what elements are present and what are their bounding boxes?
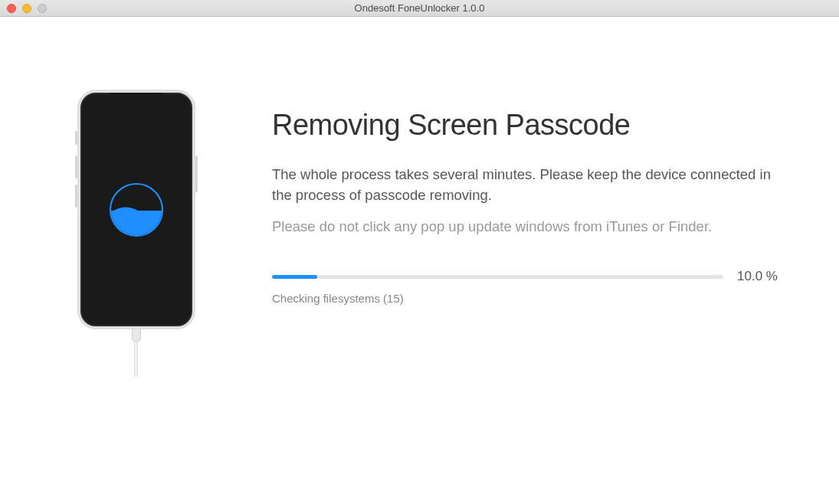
main-content: Removing Screen Passcode The whole proce… (0, 17, 839, 504)
maximize-button (38, 4, 47, 13)
phone-wrapper (77, 90, 195, 377)
cable-wire (134, 342, 138, 377)
phone-power-button (195, 155, 198, 192)
progress-percent-label: 10.0 % (737, 269, 778, 284)
progress-fill (272, 275, 317, 279)
phone-illustration-section (0, 17, 272, 377)
warning-text: Please do not click any pop up update wi… (272, 217, 778, 237)
window-titlebar: Ondesoft FoneUnlocker 1.0.0 (0, 0, 839, 17)
progress-bar (272, 275, 723, 279)
description-text: The whole process takes several minutes.… (272, 165, 778, 206)
progress-circle-icon (110, 183, 163, 237)
progress-row: 10.0 % (272, 269, 778, 284)
window-title: Ondesoft FoneUnlocker 1.0.0 (0, 2, 839, 14)
text-section: Removing Screen Passcode The whole proce… (272, 17, 839, 305)
phone-volume-up (75, 155, 77, 178)
close-button[interactable] (7, 4, 16, 13)
circle-fill (111, 211, 162, 235)
window-controls (0, 4, 47, 13)
minimize-button[interactable] (22, 4, 31, 13)
cable-icon (129, 329, 144, 377)
page-heading: Removing Screen Passcode (272, 109, 778, 142)
phone-device-icon (77, 90, 195, 329)
phone-mute-switch (75, 131, 77, 145)
phone-notch (110, 93, 163, 103)
phone-volume-down (75, 185, 77, 208)
cable-connector (132, 328, 141, 342)
progress-status-text: Checking filesystems (15) (272, 292, 778, 305)
